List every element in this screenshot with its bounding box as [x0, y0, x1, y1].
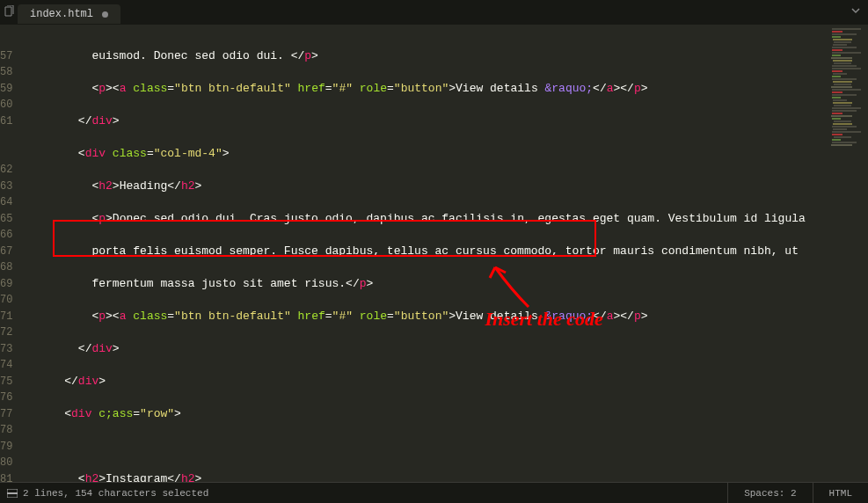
line-gutter: 57 58 59 60 61 62 63 64 65 66 67 68 69 7… — [0, 25, 23, 482]
tab-filename: index.html — [30, 8, 93, 20]
status-bar: 2 lines, 154 characters selected Spaces:… — [0, 482, 868, 503]
language-status[interactable]: HTML — [813, 483, 868, 504]
selection-status: 2 lines, 154 characters selected — [23, 488, 208, 499]
file-stack-icon[interactable] — [4, 5, 16, 23]
code-area[interactable]: euismod. Donec sed odio dui. </p> <p><a … — [23, 25, 826, 482]
tab-dropdown-icon[interactable] — [850, 5, 861, 19]
editor: 57 58 59 60 61 62 63 64 65 66 67 68 69 7… — [0, 25, 868, 482]
modified-dot-icon — [102, 11, 108, 18]
selection-icon — [7, 489, 18, 498]
tab-index-html[interactable]: index.html — [18, 4, 120, 24]
tab-bar: index.html — [0, 0, 868, 25]
svg-rect-1 — [7, 492, 18, 494]
minimap[interactable] — [826, 25, 868, 482]
indent-status[interactable]: Spaces: 2 — [727, 483, 812, 504]
